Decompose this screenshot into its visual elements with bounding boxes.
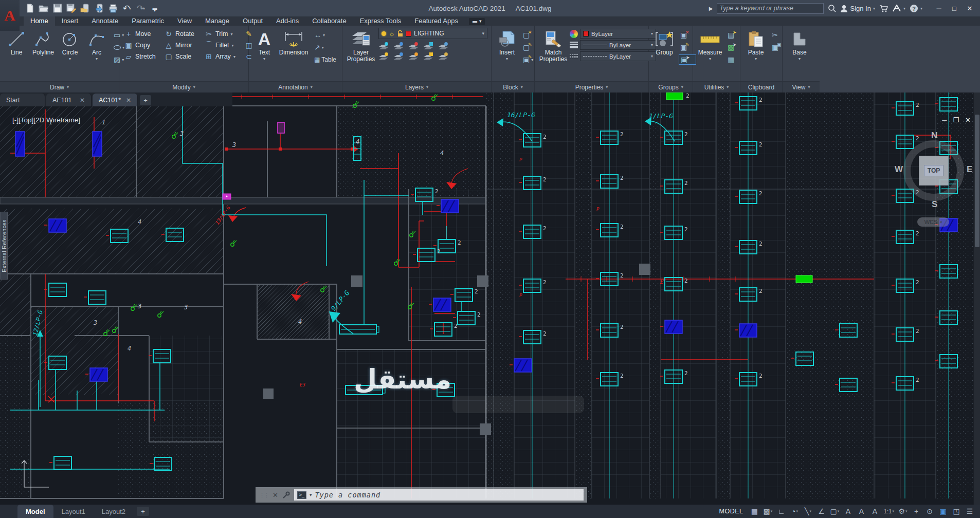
stretch-button[interactable]: ▱Stretch bbox=[122, 52, 161, 61]
app-maximize-button[interactable]: □ bbox=[947, 3, 961, 14]
lineweight-icon[interactable] bbox=[570, 42, 578, 48]
panel-label-draw[interactable]: Draw▾ bbox=[0, 81, 119, 92]
text-button[interactable]: A Text ▾ bbox=[252, 28, 277, 61]
command-bar-customize-icon[interactable] bbox=[282, 491, 290, 499]
isolate-objects-icon[interactable]: ⊙ bbox=[923, 506, 936, 517]
array-button[interactable]: ⊞Array▾ bbox=[203, 52, 242, 61]
panel-label-layers[interactable]: Layers▾ bbox=[342, 81, 491, 92]
ortho-mode-icon[interactable]: ∟ bbox=[775, 506, 787, 517]
floor-plan[interactable]: 222222222222222222222222222222222222 16/… bbox=[0, 92, 973, 505]
layer-match-icon[interactable] bbox=[438, 52, 448, 61]
isometric-drafting-icon[interactable]: ╲▾ bbox=[802, 506, 814, 517]
app-close-button[interactable]: ✕ bbox=[963, 3, 977, 14]
drawing-restore-icon[interactable]: ❐ bbox=[953, 116, 959, 124]
color-wheel-icon[interactable] bbox=[570, 30, 578, 38]
scrollbar-thumb[interactable] bbox=[975, 115, 979, 247]
autocad-logo-icon[interactable]: A bbox=[0, 0, 20, 31]
file-tab-start[interactable]: Start bbox=[0, 94, 45, 106]
annotation-visibility-icon[interactable]: A bbox=[842, 506, 854, 517]
fillet-button[interactable]: ⌒Fillet▾ bbox=[203, 40, 242, 50]
paste-button[interactable]: Paste ▾ bbox=[743, 28, 768, 61]
object-snap-icon[interactable]: ▢▾ bbox=[828, 506, 841, 517]
ribbon-tab-annotate[interactable]: Annotate bbox=[85, 16, 125, 26]
measure-button[interactable]: Measure ▾ bbox=[696, 28, 724, 61]
layer-lock-icon[interactable] bbox=[423, 42, 433, 50]
signin-button[interactable]: Sign In ▾ bbox=[840, 5, 875, 12]
base-button[interactable]: Base ▾ bbox=[786, 28, 813, 61]
help-icon[interactable]: ?▾ bbox=[910, 4, 922, 13]
grid-display-icon[interactable]: ▦ bbox=[748, 506, 760, 517]
file-tab-ae101[interactable]: AE101✕ bbox=[46, 94, 92, 106]
command-recent-dropdown-icon[interactable]: ▾ bbox=[310, 492, 312, 497]
ribbon-tab-express-tools[interactable]: Express Tools bbox=[353, 16, 408, 26]
ribbon-tab-home[interactable]: Home bbox=[24, 16, 55, 26]
search-expand-icon[interactable]: ▶ bbox=[709, 6, 713, 11]
mirror-button[interactable]: △Mirror bbox=[162, 41, 202, 50]
panel-label-block[interactable]: Block▾ bbox=[492, 81, 534, 92]
close-tab-icon[interactable]: ✕ bbox=[126, 97, 131, 104]
copy-button[interactable]: ▣Copy bbox=[122, 41, 161, 50]
vertical-scrollbar[interactable] bbox=[973, 92, 980, 505]
search-input[interactable] bbox=[719, 5, 821, 12]
file-tab-ac101[interactable]: AC101*✕ bbox=[93, 94, 138, 106]
layout1-tab[interactable]: Layout1 bbox=[53, 505, 94, 518]
group-button[interactable]: Group bbox=[652, 28, 677, 56]
fixture-bt[interactable] bbox=[93, 132, 102, 156]
workspace-switching-icon[interactable]: ⚙▾ bbox=[897, 506, 909, 517]
panel-label-modify[interactable]: Modify▾ bbox=[119, 81, 248, 92]
customize-quick-access-icon[interactable]: ▬▾ bbox=[149, 2, 161, 14]
viewcube-top-face[interactable]: TOP bbox=[919, 156, 949, 186]
undo-icon[interactable]: ↶▾ bbox=[121, 2, 133, 14]
ribbon-tab-output[interactable]: Output bbox=[236, 16, 269, 26]
lineweight-combo[interactable]: ByLayer ▾ bbox=[580, 40, 656, 50]
autodesk-app-icon[interactable]: ▾ bbox=[892, 5, 905, 12]
dimension-button[interactable]: Dimension bbox=[277, 28, 311, 56]
fixture-g[interactable]: 2 bbox=[666, 92, 689, 100]
ribbon-tab-add-ins[interactable]: Add-ins bbox=[269, 16, 305, 26]
command-bar-close-icon[interactable]: ✕ bbox=[273, 491, 278, 499]
linetype-icon[interactable] bbox=[570, 54, 578, 58]
layer-make-current-icon[interactable] bbox=[438, 42, 448, 50]
command-bar-grip[interactable]: ⋮⋮ bbox=[259, 492, 268, 498]
layer-on-icon[interactable] bbox=[378, 52, 389, 61]
linear-dimension-button[interactable]: ↔▾ bbox=[313, 30, 344, 40]
open-file-icon[interactable] bbox=[38, 2, 50, 14]
layer-select-combo[interactable]: ☼ LIGHTING ▾ bbox=[378, 28, 487, 39]
ribbon-tab-collaborate[interactable]: Collaborate bbox=[305, 16, 353, 26]
panel-label-clipboard[interactable]: Clipboard bbox=[740, 81, 782, 92]
plot-icon[interactable] bbox=[107, 2, 119, 14]
redo-icon[interactable]: ↷▾ bbox=[135, 2, 147, 14]
annotation-scale-icon[interactable]: A bbox=[868, 506, 881, 517]
save-icon[interactable] bbox=[51, 2, 64, 14]
new-layout-button[interactable]: + bbox=[137, 507, 149, 516]
command-input[interactable]: >_ ▾ Type a command bbox=[294, 489, 584, 501]
viewcube-east[interactable]: E bbox=[967, 164, 972, 175]
line-button[interactable]: Line bbox=[3, 28, 30, 56]
panel-label-annotation[interactable]: Annotation▾ bbox=[249, 81, 342, 92]
rotate-button[interactable]: ↻Rotate bbox=[162, 29, 202, 39]
fixture-bt[interactable] bbox=[15, 132, 25, 156]
new-drawing-tab-button[interactable]: + bbox=[140, 95, 151, 105]
save-to-web-mobile-icon[interactable] bbox=[93, 2, 105, 14]
new-file-icon[interactable] bbox=[24, 2, 36, 14]
panel-label-utilities[interactable]: Utilities▾ bbox=[693, 81, 740, 92]
polar-tracking-icon[interactable]: ◔▾ bbox=[788, 506, 801, 517]
layer-freeze-icon[interactable] bbox=[408, 42, 419, 50]
panel-label-view[interactable]: View▾ bbox=[783, 81, 820, 92]
layout2-tab[interactable]: Layout2 bbox=[94, 505, 134, 518]
close-tab-icon[interactable]: ✕ bbox=[80, 97, 85, 104]
move-button[interactable]: +Move bbox=[122, 29, 161, 39]
trim-button[interactable]: ✂Trim▾ bbox=[203, 29, 242, 39]
viewcube-south[interactable]: S bbox=[932, 199, 937, 210]
snap-mode-icon[interactable]: ▩▾ bbox=[761, 506, 774, 517]
annotation-monitor-icon[interactable]: + bbox=[910, 506, 922, 517]
panel-label-properties[interactable]: Properties▾ bbox=[535, 81, 648, 92]
viewcube-west[interactable]: W bbox=[895, 164, 903, 175]
open-from-web-mobile-icon[interactable] bbox=[79, 2, 92, 14]
circle-button[interactable]: Circle ▾ bbox=[57, 28, 83, 61]
layer-thaw-icon[interactable] bbox=[408, 52, 419, 61]
layer-unisolate-icon[interactable] bbox=[393, 52, 404, 61]
wcs-dropdown[interactable]: WCS▾ bbox=[917, 217, 949, 227]
panel-label-groups[interactable]: Groups▾ bbox=[649, 81, 693, 92]
external-references-palette-tab[interactable]: External References bbox=[0, 212, 8, 280]
